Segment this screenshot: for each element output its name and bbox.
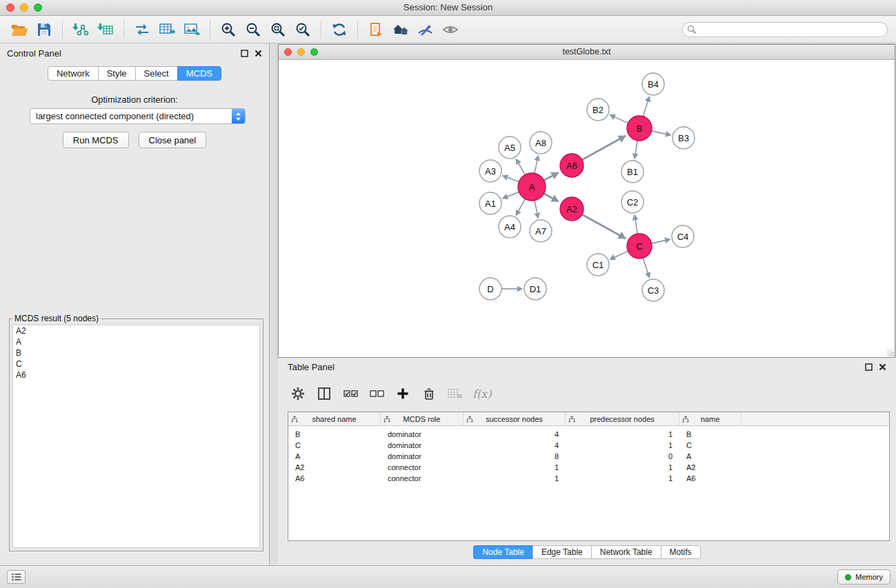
result-list-item[interactable]: C	[13, 358, 259, 369]
table-cell[interactable]: C	[288, 440, 381, 451]
graph-node-C1[interactable]: C1	[587, 254, 609, 276]
network-window-titlebar[interactable]: testGlobe.txt	[279, 45, 895, 60]
deselect-all-columns-button[interactable]	[366, 383, 387, 404]
table-cell[interactable]: 1	[464, 462, 566, 473]
edge-A-A6[interactable]	[544, 172, 559, 180]
network-canvas[interactable]: B4B2BB3B1A5A8A6A3AA1A2C2A4A7CC4C1C3DD1	[279, 60, 895, 357]
export-image-button[interactable]	[179, 19, 204, 41]
export-table-button[interactable]	[155, 19, 179, 41]
open-document-button[interactable]	[364, 19, 388, 41]
column-header-name[interactable]: name	[679, 412, 741, 425]
export-network-button[interactable]	[130, 19, 155, 41]
float-panel-icon[interactable]	[241, 50, 248, 57]
edge-C-C4[interactable]	[652, 239, 670, 243]
import-network-button[interactable]	[68, 19, 93, 41]
close-panel-icon[interactable]	[879, 363, 886, 371]
tab-network-table[interactable]: Network Table	[591, 545, 661, 559]
edge-A2-C[interactable]	[582, 214, 626, 239]
window-close-button[interactable]	[6, 3, 14, 12]
edge-B-B4[interactable]	[643, 97, 649, 116]
zoom-selected-button[interactable]	[290, 19, 315, 41]
table-cell[interactable]: 4	[464, 440, 566, 451]
tab-select[interactable]: Select	[135, 66, 178, 81]
memory-button[interactable]: Memory	[837, 569, 890, 585]
search-input[interactable]	[682, 22, 888, 37]
result-list-item[interactable]: A	[13, 336, 259, 347]
close-panel-button[interactable]: Close panel	[139, 132, 207, 148]
table-cell[interactable]: connector	[381, 473, 464, 484]
tab-mcds[interactable]: MCDS	[177, 66, 221, 81]
mcds-result-list[interactable]: A2ABCA6	[12, 325, 260, 548]
edge-A-A4[interactable]	[516, 199, 525, 216]
window-zoom-button[interactable]	[34, 3, 42, 12]
graph-node-A4[interactable]: A4	[499, 216, 521, 238]
add-column-button[interactable]	[392, 383, 413, 404]
graph-node-B1[interactable]: B1	[621, 161, 644, 183]
graph-node-C[interactable]: C	[627, 234, 652, 258]
edge-A-A2[interactable]	[544, 194, 559, 202]
graph-node-A8[interactable]: A8	[530, 132, 552, 154]
table-cell[interactable]: 1	[566, 440, 679, 451]
graph-node-A7[interactable]: A7	[530, 220, 552, 242]
table-cell[interactable]: B	[288, 429, 381, 440]
table-cell[interactable]: dominator	[381, 451, 464, 462]
graph-node-B3[interactable]: B3	[673, 127, 695, 149]
graph-node-A3[interactable]: A3	[479, 160, 501, 182]
delete-column-button[interactable]	[419, 383, 439, 404]
table-cell[interactable]: 1	[566, 462, 679, 473]
table-body[interactable]: Bdominator41BCdominator41CAdominator80AA…	[288, 426, 889, 540]
graph-node-B[interactable]: B	[627, 116, 652, 141]
run-mcds-button[interactable]: Run MCDS	[63, 132, 129, 148]
table-row-c[interactable]: Cdominator41C	[288, 440, 889, 451]
table-cell[interactable]: 8	[464, 451, 566, 462]
table-row-b[interactable]: Bdominator41B	[288, 429, 889, 440]
table-cell[interactable]: A6	[288, 473, 381, 484]
graph-node-D[interactable]: D	[479, 278, 501, 300]
result-list-item[interactable]: A6	[13, 369, 259, 381]
edge-C-C2[interactable]	[635, 215, 637, 234]
table-row-a2[interactable]: A2connector11A2	[288, 462, 889, 473]
edge-A-A3[interactable]	[503, 176, 519, 182]
delete-table-button[interactable]	[445, 383, 466, 404]
result-list-item[interactable]: A2	[13, 325, 259, 336]
style-preview-button[interactable]	[413, 19, 438, 41]
window-minimize-button[interactable]	[20, 3, 28, 12]
graph-node-A2[interactable]: A2	[560, 197, 584, 221]
table-cell[interactable]: 4	[464, 429, 566, 440]
column-header-successor-nodes[interactable]: successor nodes	[464, 412, 566, 425]
edge-A-A8[interactable]	[535, 156, 538, 174]
graph-node-A1[interactable]: A1	[479, 192, 501, 214]
graph-node-B2[interactable]: B2	[587, 99, 609, 121]
function-builder-button[interactable]: f(x)	[471, 387, 491, 401]
column-header-shared-name[interactable]: shared name	[288, 412, 381, 425]
table-cell[interactable]: 1	[566, 429, 679, 440]
graph-node-A6[interactable]: A6	[560, 154, 584, 177]
table-cell[interactable]: A2	[679, 462, 741, 473]
table-cell[interactable]: B	[679, 429, 741, 440]
result-list-item[interactable]: B	[13, 347, 259, 358]
table-row-a[interactable]: Adominator80A	[288, 451, 889, 462]
table-options-button[interactable]	[288, 383, 308, 404]
select-all-columns-button[interactable]	[340, 383, 361, 404]
network-window-minimize-button[interactable]	[297, 48, 305, 56]
edge-A6-B[interactable]	[582, 136, 626, 160]
zoom-out-button[interactable]	[241, 19, 266, 41]
table-cell[interactable]: dominator	[381, 429, 464, 440]
open-session-button[interactable]	[7, 19, 32, 41]
table-cell[interactable]: A6	[679, 473, 741, 484]
table-cell[interactable]: connector	[381, 462, 464, 473]
tab-style[interactable]: Style	[98, 66, 136, 81]
column-header-mcds-role[interactable]: MCDS role	[381, 412, 464, 425]
graph-node-C4[interactable]: C4	[672, 225, 694, 247]
table-cell[interactable]: 1	[464, 473, 566, 484]
edge-B-B1[interactable]	[635, 141, 637, 159]
edge-A-A5[interactable]	[516, 159, 525, 175]
optimization-criterion-dropdown[interactable]: largest connected component (directed)	[30, 108, 246, 124]
table-cell[interactable]: 1	[566, 473, 679, 484]
tab-edge-table[interactable]: Edge Table	[532, 545, 592, 559]
task-history-button[interactable]	[7, 570, 26, 584]
graph-node-B4[interactable]: B4	[642, 73, 664, 95]
tab-node-table[interactable]: Node Table	[473, 545, 533, 559]
table-cell[interactable]: dominator	[381, 440, 464, 451]
table-cell[interactable]: C	[679, 440, 741, 451]
